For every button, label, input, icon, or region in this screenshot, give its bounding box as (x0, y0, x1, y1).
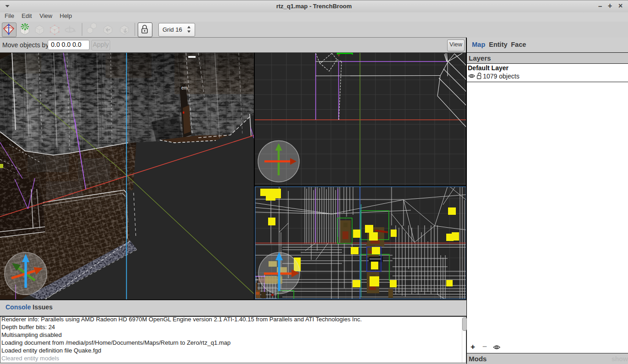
svg-text:em: em (181, 85, 188, 90)
